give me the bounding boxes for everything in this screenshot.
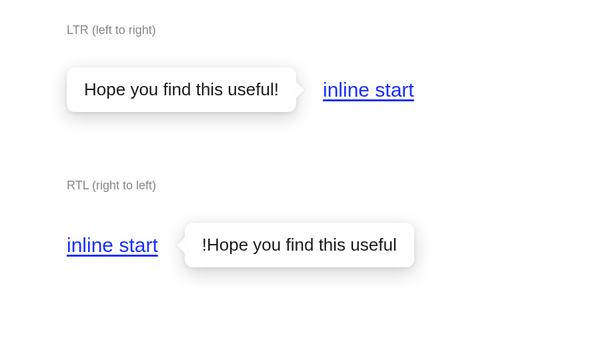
ltr-section: LTR (left to right) Hope you find this u… — [67, 23, 532, 112]
rtl-section: RTL (right to left) inline start !Hope y… — [67, 179, 532, 267]
ltr-label: LTR (left to right) — [67, 23, 532, 37]
rtl-row: inline start !Hope you find this useful — [67, 223, 532, 267]
ltr-tooltip: Hope you find this useful! — [67, 67, 296, 112]
ltr-inline-start-link[interactable]: inline start — [323, 79, 414, 101]
rtl-tooltip-wrapper: !Hope you find this useful — [185, 223, 414, 267]
rtl-inline-start-link[interactable]: inline start — [67, 234, 158, 257]
rtl-label: RTL (right to left) — [67, 179, 532, 193]
ltr-row: Hope you find this useful! inline start — [67, 67, 532, 112]
ltr-tooltip-wrapper: Hope you find this useful! — [67, 67, 296, 112]
rtl-tooltip: !Hope you find this useful — [185, 223, 414, 267]
